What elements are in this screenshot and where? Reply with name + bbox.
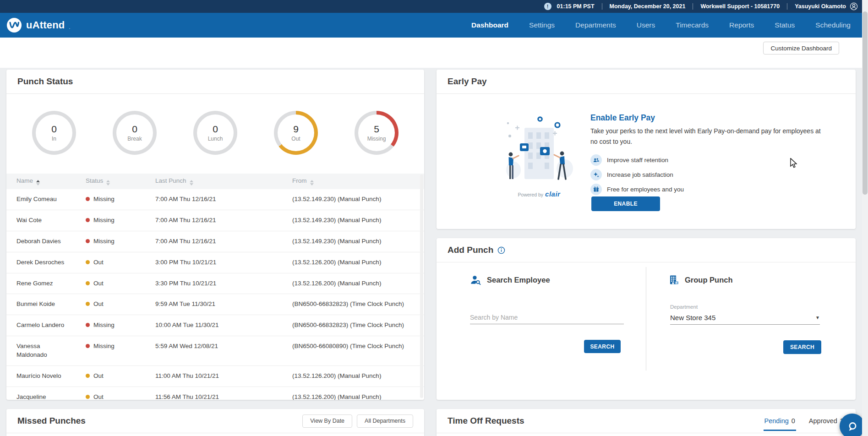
table-scrollbar[interactable] <box>420 174 423 398</box>
nav-item-departments[interactable]: Departments <box>575 21 616 29</box>
column-header-status[interactable]: Status <box>76 174 145 189</box>
punch-table: Name Status Last Punch From Emily Comeau… <box>6 174 424 400</box>
add-punch-header: Add Punch <box>437 238 856 262</box>
punch-table-row[interactable]: Wai CoteMissing7:00 AM Thu 12/16/21(13.5… <box>6 210 424 231</box>
topbar-username: Yasuyuki Okamoto <box>795 3 846 10</box>
cell-status: Out <box>76 294 145 315</box>
column-header-from[interactable]: From <box>282 174 424 189</box>
info-icon[interactable] <box>497 246 505 254</box>
department-select[interactable]: New Store 345 ▼ <box>670 311 820 325</box>
punch-stat-in[interactable]: 0In <box>32 111 76 174</box>
cell-from: (13.52.149.230) (Manual Punch) <box>282 210 424 231</box>
nav-item-users[interactable]: Users <box>637 21 655 29</box>
column-header-name[interactable]: Name <box>6 174 76 189</box>
view-by-date-button[interactable]: View By Date <box>302 414 352 428</box>
scrollbar-thumb[interactable] <box>863 11 868 195</box>
punch-stat-lunch[interactable]: 0Lunch <box>193 111 237 174</box>
nav-item-reports[interactable]: Reports <box>729 21 754 29</box>
cell-status: Missing <box>76 336 145 366</box>
topbar-time: 01:15 PM PST <box>557 3 595 10</box>
stat-value: 5 <box>374 124 379 134</box>
benefit-text: Increase job satisfaction <box>607 171 673 178</box>
status-dot-icon <box>86 260 90 264</box>
add-punch-body: Search Employee SEARCH Group Punch Depar… <box>437 262 856 400</box>
all-departments-button[interactable]: All Departments <box>357 414 413 428</box>
timeoff-tab-pending[interactable]: Pending0 <box>764 409 796 433</box>
nav-item-settings[interactable]: Settings <box>529 21 555 29</box>
nav-item-scheduling[interactable]: Scheduling <box>815 21 851 29</box>
cell-name: Rene Gomez <box>6 273 76 294</box>
punch-stats-row: 0In0Break0Lunch9Out5Missing <box>6 94 424 174</box>
punch-stat-break[interactable]: 0Break <box>113 111 157 174</box>
chevron-down-icon: ▼ <box>815 315 820 320</box>
topbar-support-link[interactable]: Workwell Support - 10581770 <box>700 3 780 10</box>
powered-by-clair: Powered byclair <box>501 190 578 198</box>
building-icon <box>668 274 679 285</box>
user-account-menu[interactable]: Yasuyuki Okamoto <box>795 2 858 11</box>
early-pay-card: Early Pay <box>437 70 856 229</box>
add-punch-card: Add Punch Search Employee SEARCH Group P… <box>437 238 856 400</box>
user-avatar-icon <box>850 2 858 11</box>
clair-logo: clair <box>545 190 560 198</box>
punch-stat-missing[interactable]: 5Missing <box>355 111 399 174</box>
column-header-last-punch[interactable]: Last Punch <box>145 174 282 189</box>
search-by-name-input[interactable] <box>470 311 624 324</box>
stat-label: Missing <box>367 136 386 142</box>
cell-status: Out <box>76 252 145 273</box>
nav-item-status[interactable]: Status <box>775 21 795 29</box>
cell-last-punch: 5:59 AM Wed 12/08/21 <box>145 336 282 366</box>
brand-logo[interactable]: uAttend. <box>6 17 70 33</box>
timeoff-tabs: Pending0Approved2 <box>764 409 845 433</box>
section-divider <box>646 267 646 371</box>
sort-icon <box>190 180 193 185</box>
cell-name: Wai Cote <box>6 210 76 231</box>
cell-last-punch: 11:56 AM Thu 10/21/21 <box>145 387 282 400</box>
enable-button[interactable]: ENABLE <box>591 196 660 211</box>
timeoff-tab-approved[interactable]: Approved2 <box>808 409 845 433</box>
status-dot-icon <box>86 374 90 378</box>
chat-widget-button[interactable] <box>840 414 865 436</box>
nav-item-timecards[interactable]: Timecards <box>676 21 709 29</box>
people-icon <box>590 154 602 166</box>
cell-status: Out <box>76 387 145 400</box>
missed-punches-title: Missed Punches <box>17 416 86 426</box>
cell-last-punch: 3:00 PM Thu 10/21/21 <box>145 252 282 273</box>
status-dot-icon <box>86 197 90 201</box>
sort-icon <box>310 180 314 185</box>
punch-table-row[interactable]: Bunmei KoideOut9:59 AM Tue 11/30/21(BN65… <box>6 294 424 315</box>
stat-value: 0 <box>213 124 218 134</box>
dashboard-content: Punch Status 0In0Break0Lunch9Out5Missing… <box>0 68 868 436</box>
benefit-text: Improve staff retention <box>607 157 668 164</box>
cell-last-punch: 9:59 AM Tue 11/30/21 <box>145 294 282 315</box>
punch-table-row[interactable]: Deborah DaviesMissing7:00 AM Thu 12/16/2… <box>6 231 424 252</box>
punch-table-row[interactable]: Vanessa MaldonadoMissing5:59 AM Wed 12/0… <box>6 336 424 366</box>
page-scrollbar[interactable] <box>862 0 868 436</box>
cell-status: Missing <box>76 315 145 336</box>
cell-status: Missing <box>76 189 145 210</box>
stat-label: In <box>52 136 56 142</box>
punch-table-row[interactable]: Derek DesrochesOut3:00 PM Thu 10/21/21(1… <box>6 252 424 273</box>
cell-name: Jacqueline Pearce <box>6 387 76 400</box>
employee-search-button[interactable]: SEARCH <box>584 340 621 353</box>
enable-early-pay-heading: Enable Early Pay <box>590 113 655 123</box>
early-pay-benefit: Increase job satisfaction <box>590 167 684 182</box>
punch-table-row[interactable]: Carmelo LanderoMissing10:00 AM Tue 11/30… <box>6 315 424 336</box>
punch-table-row[interactable]: Maurício NoveloOut11:00 AM Thu 10/21/21(… <box>6 366 424 387</box>
cell-last-punch: 11:00 AM Thu 10/21/21 <box>145 366 282 387</box>
missed-punches-header: Missed Punches View By Date All Departme… <box>6 409 424 433</box>
cell-status: Out <box>76 273 145 294</box>
punch-table-body: Emily ComeauMissing7:00 AM Thu 12/16/21(… <box>6 189 424 400</box>
group-search-button[interactable]: SEARCH <box>783 340 821 354</box>
punch-stat-out[interactable]: 9Out <box>274 111 318 174</box>
alert-info-icon[interactable]: ! <box>544 3 551 10</box>
punch-table-row[interactable]: Jacqueline PearceOut11:56 AM Thu 10/21/2… <box>6 387 424 400</box>
nav-item-dashboard[interactable]: Dashboard <box>471 21 508 29</box>
cell-from: (13.52.149.230) (Manual Punch) <box>282 189 424 210</box>
punch-table-row[interactable]: Rene GomezOut3:30 PM Thu 10/21/21(13.52.… <box>6 273 424 294</box>
customize-dashboard-button[interactable]: Customize Dashboard <box>763 42 839 54</box>
cell-name: Vanessa Maldonado <box>6 336 76 366</box>
add-punch-title: Add Punch <box>448 245 493 255</box>
sparkles-icon <box>590 169 602 180</box>
punch-table-row[interactable]: Emily ComeauMissing7:00 AM Thu 12/16/21(… <box>6 189 424 210</box>
punch-table-header-row: Name Status Last Punch From <box>6 174 424 189</box>
